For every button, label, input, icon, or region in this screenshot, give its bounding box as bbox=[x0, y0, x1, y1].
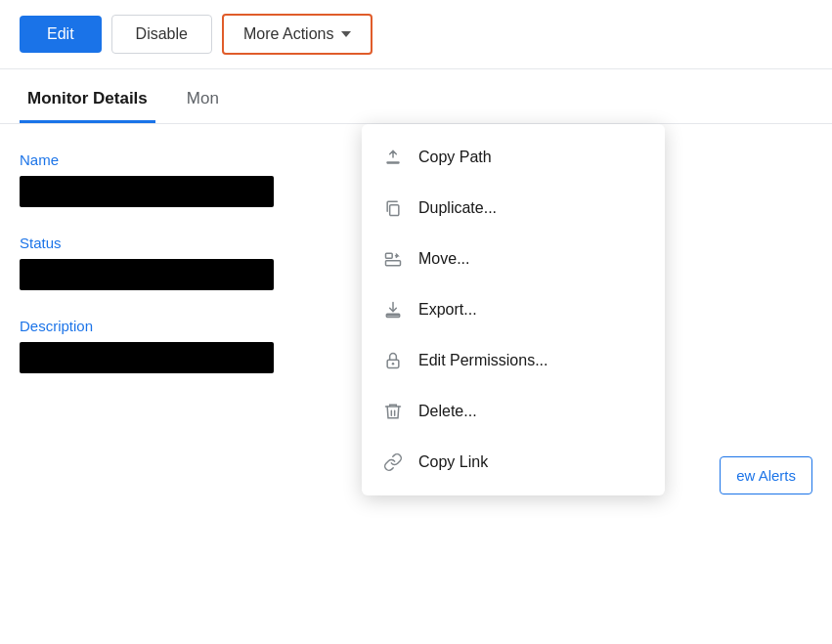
svg-rect-0 bbox=[386, 161, 399, 164]
tab-mon[interactable]: Mon bbox=[179, 73, 227, 123]
name-value bbox=[20, 176, 274, 207]
disable-button[interactable]: Disable bbox=[111, 15, 212, 54]
edit-button[interactable]: Edit bbox=[20, 16, 102, 53]
edit-permissions-label: Edit Permissions... bbox=[418, 352, 547, 369]
svg-rect-1 bbox=[390, 205, 399, 216]
lock-icon bbox=[381, 349, 405, 372]
dropdown-item-delete[interactable]: Delete... bbox=[362, 386, 665, 437]
svg-rect-2 bbox=[386, 253, 393, 258]
copy-link-label: Copy Link bbox=[418, 453, 488, 471]
copy-path-label: Copy Path bbox=[418, 149, 492, 166]
more-actions-dropdown: Copy Path Duplicate... Move... bbox=[362, 124, 665, 495]
dropdown-item-copy-path[interactable]: Copy Path bbox=[362, 132, 665, 183]
duplicate-label: Duplicate... bbox=[418, 199, 497, 217]
copy-path-icon bbox=[381, 146, 405, 169]
dropdown-item-move[interactable]: Move... bbox=[362, 234, 665, 284]
tabs-bar: Monitor Details Mon bbox=[0, 73, 832, 124]
svg-point-6 bbox=[392, 363, 395, 365]
duplicate-icon bbox=[381, 196, 405, 220]
tab-monitor-details[interactable]: Monitor Details bbox=[20, 73, 155, 123]
svg-rect-3 bbox=[386, 261, 401, 266]
delete-label: Delete... bbox=[418, 403, 477, 420]
move-icon bbox=[381, 247, 405, 271]
main-content: Name Status Description ew Alerts Copy P… bbox=[0, 124, 832, 428]
new-alerts-button[interactable]: ew Alerts bbox=[720, 456, 812, 494]
link-icon bbox=[381, 451, 405, 474]
dropdown-item-export[interactable]: Export... bbox=[362, 284, 665, 335]
toolbar: Edit Disable More Actions bbox=[0, 0, 832, 69]
dropdown-item-edit-permissions[interactable]: Edit Permissions... bbox=[362, 335, 665, 386]
more-actions-label: More Actions bbox=[243, 25, 333, 43]
status-value bbox=[20, 259, 274, 290]
description-value bbox=[20, 342, 274, 373]
dropdown-item-copy-link[interactable]: Copy Link bbox=[362, 437, 665, 488]
export-label: Export... bbox=[418, 301, 477, 319]
export-icon bbox=[381, 298, 405, 322]
move-label: Move... bbox=[418, 250, 469, 268]
trash-icon bbox=[381, 400, 405, 423]
dropdown-item-duplicate[interactable]: Duplicate... bbox=[362, 183, 665, 234]
chevron-down-icon bbox=[341, 31, 351, 37]
more-actions-button[interactable]: More Actions bbox=[222, 14, 372, 55]
